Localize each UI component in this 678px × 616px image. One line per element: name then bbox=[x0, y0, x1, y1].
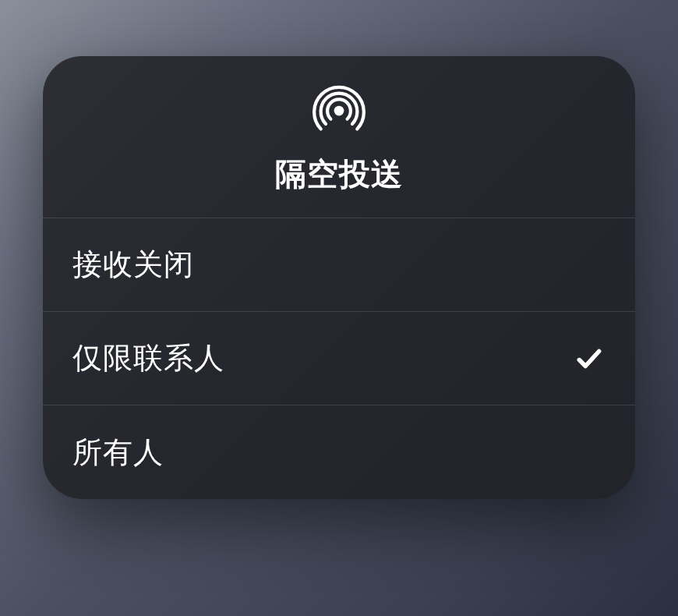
option-label: 仅限联系人 bbox=[72, 338, 224, 378]
airdrop-icon bbox=[313, 84, 365, 137]
airdrop-panel: 隔空投送 接收关闭 仅限联系人 所有人 bbox=[43, 56, 635, 499]
option-label: 所有人 bbox=[72, 433, 164, 473]
svg-point-0 bbox=[334, 106, 344, 116]
panel-title: 隔空投送 bbox=[275, 153, 403, 196]
checkmark-icon bbox=[573, 342, 606, 375]
option-contacts-only[interactable]: 仅限联系人 bbox=[43, 312, 635, 405]
option-label: 接收关闭 bbox=[72, 245, 194, 285]
panel-header: 隔空投送 bbox=[43, 56, 635, 218]
option-list: 接收关闭 仅限联系人 所有人 bbox=[43, 218, 635, 499]
option-everyone[interactable]: 所有人 bbox=[43, 405, 635, 499]
option-receiving-off[interactable]: 接收关闭 bbox=[43, 218, 635, 312]
